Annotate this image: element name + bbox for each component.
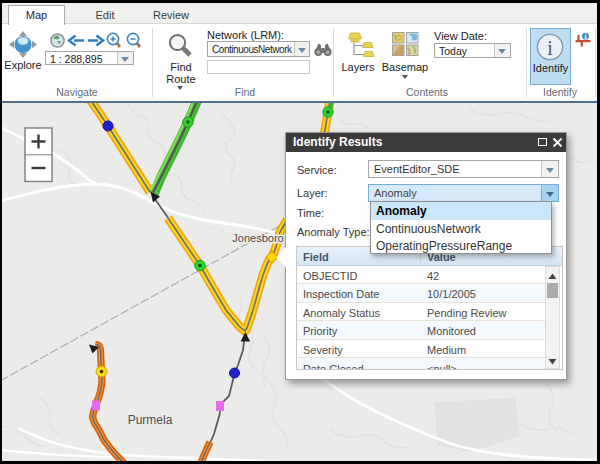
svg-text:Purmela: Purmela [128, 413, 173, 427]
svg-text:Jonesboro: Jonesboro [232, 232, 283, 244]
svg-text:i: i [547, 37, 553, 59]
svg-text:i: i [584, 32, 586, 41]
